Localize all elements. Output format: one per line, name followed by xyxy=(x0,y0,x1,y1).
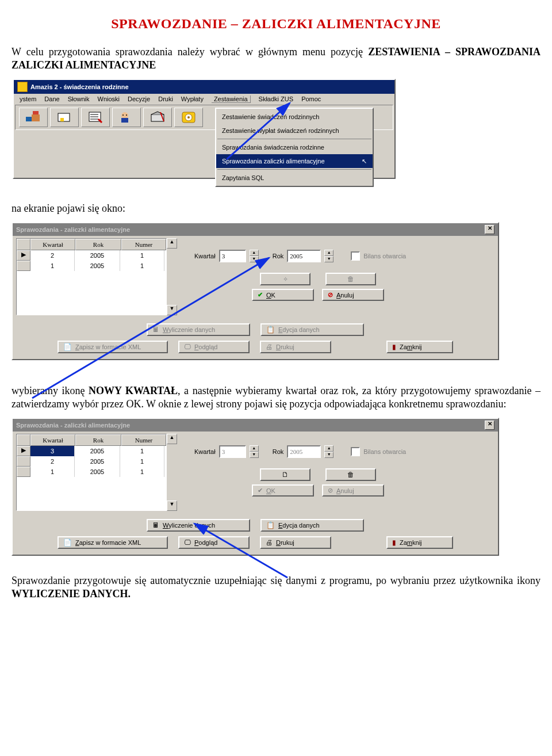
delete-button[interactable] xyxy=(325,468,376,481)
scroll-up-icon[interactable]: ▲ xyxy=(167,238,177,249)
grid-header-rok[interactable]: Rok xyxy=(75,239,121,250)
grid-header-sel xyxy=(17,239,30,250)
cell-r: 2005 xyxy=(75,261,120,271)
dd-item-zestawienie-swiadczen[interactable]: Zestawienie świadczeń rodzinnych xyxy=(216,110,373,124)
cell-n: 1 xyxy=(120,261,164,271)
dd-item-sel-text: Sprawozdania zaliczki alimentacyjne xyxy=(222,158,325,165)
grid-header-sel xyxy=(17,434,30,446)
cancel-button[interactable]: ⊘Anuluj xyxy=(322,484,384,497)
ok-button[interactable]: ✔OK xyxy=(252,289,314,301)
menu-wyplaty[interactable]: Wypłaty xyxy=(181,96,204,103)
rok-spinner[interactable]: ▲▼ xyxy=(324,445,334,458)
kwartal-input[interactable]: 3 xyxy=(219,445,246,458)
kwartal-input[interactable]: 3 xyxy=(219,250,246,262)
edit-icon xyxy=(266,326,275,334)
preview-icon xyxy=(184,539,191,547)
bilans-checkbox[interactable] xyxy=(351,251,360,261)
new-quarter-button[interactable] xyxy=(260,468,310,481)
intro-paragraph: W celu przygotowania sprawozdania należy… xyxy=(12,45,540,72)
table-row[interactable]: 1 2005 1 xyxy=(17,261,166,271)
rok-spinner[interactable]: ▲▼ xyxy=(324,250,334,262)
zapisz-xml-button[interactable]: Zapisz w formacie XML xyxy=(57,536,168,549)
close-door-icon xyxy=(392,343,396,351)
delete-button[interactable] xyxy=(325,273,376,285)
sparkle-icon: ✧ xyxy=(283,276,288,283)
new-quarter-button[interactable]: ✧ xyxy=(260,273,310,285)
drukuj-button[interactable]: Drukuj xyxy=(260,341,331,353)
grid-header-kwartal[interactable]: Kwartał xyxy=(30,239,75,250)
rok-input[interactable]: 2005 xyxy=(287,445,321,458)
paragraph-3: wybieramy ikonę NOWY KWARTAŁ, a następni… xyxy=(12,384,540,411)
cancel-button[interactable]: ⊘Anuluj xyxy=(322,289,384,301)
zapisz-xml-button[interactable]: Zapisz w formacie XML xyxy=(57,341,168,353)
edycja-button[interactable]: Edycja danych xyxy=(260,323,364,336)
toolbar-btn-3[interactable] xyxy=(81,108,110,127)
toolbar-btn-5[interactable] xyxy=(143,108,172,127)
app-title-text: Amazis 2 - świadczenia rodzinne xyxy=(30,83,129,90)
p3-text-a: wybieramy ikonę xyxy=(12,385,89,396)
svg-point-16 xyxy=(187,116,190,119)
close-icon[interactable]: ✕ xyxy=(485,225,494,234)
dialog1-titlebar: Sprawozdania - zaliczki alimentacyjne ✕ xyxy=(13,223,498,236)
zamknij-button[interactable]: Zamknij xyxy=(386,341,453,353)
p3-bold: NOWY KWARTAŁ xyxy=(89,385,178,396)
menu-dane[interactable]: Dane xyxy=(44,96,59,103)
cancel-icon: ⊘ xyxy=(328,487,333,494)
menu-slownik[interactable]: Słownik xyxy=(68,96,90,103)
dd-item-zapytania-sql[interactable]: Zapytania SQL xyxy=(216,171,373,185)
grid-header-rok[interactable]: Rok xyxy=(75,434,121,446)
svg-point-12 xyxy=(126,114,127,116)
toolbar-btn-6[interactable] xyxy=(174,108,203,127)
grid-header-kwartal[interactable]: Kwartał xyxy=(30,434,75,446)
ok-text: K xyxy=(271,292,275,299)
kwartal-spinner[interactable]: ▲▼ xyxy=(250,250,259,262)
page-title: SPRAWOZDANIE – ZALICZKI ALIMENTACYJNE xyxy=(12,16,540,32)
podglad-button[interactable]: Podgląd xyxy=(178,341,250,353)
dd-item-sprawozdania-rodzinne[interactable]: Sprawozdania świadczenia rodzinne xyxy=(216,140,373,154)
dd-item-sprawozdania-zaliczki[interactable]: Sprawozdania zaliczki alimentacyjne ↖ xyxy=(216,154,373,168)
toolbar-btn-4[interactable] xyxy=(112,108,141,127)
drukuj-button[interactable]: Drukuj xyxy=(260,536,331,549)
podglad-button[interactable]: Podgląd xyxy=(178,536,250,549)
rok-input[interactable]: 2005 xyxy=(287,250,321,262)
dd-item-zestawienie-wyplat[interactable]: Zestawienie wypłat świadczeń rodzinnych xyxy=(216,124,373,138)
menu-zestawienia[interactable]: Zestawienia xyxy=(212,96,251,103)
grid-header-numer[interactable]: Numer xyxy=(121,239,166,250)
close-icon[interactable]: ✕ xyxy=(485,421,494,430)
toolbar-btn-1[interactable] xyxy=(19,108,48,127)
wyliczenie-button[interactable]: Wyliczenie danych xyxy=(147,323,250,336)
toolbar-btn-2[interactable] xyxy=(50,108,79,127)
edycja-button[interactable]: Edycja danych xyxy=(260,519,364,532)
cancel-icon: ⊘ xyxy=(328,291,333,299)
table-row[interactable]: 1 2005 1 xyxy=(17,467,166,477)
table-row[interactable]: ▶ 3 2005 1 xyxy=(17,446,166,456)
kwartal-spinner[interactable]: ▲▼ xyxy=(250,445,259,458)
menu-wnioski[interactable]: Wnioski xyxy=(98,96,120,103)
dialog1-title-text: Sprawozdania - zaliczki alimentacyjne xyxy=(16,226,130,233)
menu-pomoc[interactable]: Pomoc xyxy=(301,96,321,103)
svg-rect-0 xyxy=(26,117,32,121)
scrollbar-v[interactable]: ▲ ▼ xyxy=(167,238,177,315)
kwartal-label: Kwartał xyxy=(194,448,216,455)
scrollbar-v[interactable]: ▲ ▼ xyxy=(167,434,177,511)
wyliczenie-button[interactable]: Wyliczenie danych xyxy=(147,519,250,532)
scroll-down-icon[interactable]: ▼ xyxy=(167,501,177,511)
screenshot-menu: Amazis 2 - świadczenia rodzinne ystem Da… xyxy=(13,79,396,179)
cell-k: 1 xyxy=(30,467,75,477)
ok-button[interactable]: ✔OK xyxy=(252,484,314,497)
scroll-up-icon[interactable]: ▲ xyxy=(167,434,177,444)
table-row[interactable]: ▶ 2 2005 1 xyxy=(17,250,166,261)
menu-skladki-zus[interactable]: Składki ZUS xyxy=(259,96,294,103)
menu-decyzje[interactable]: Decyzje xyxy=(128,96,150,103)
table-row[interactable]: 2 2005 1 xyxy=(17,456,166,467)
row-blank-icon xyxy=(17,261,30,271)
menu-system[interactable]: ystem xyxy=(20,96,36,103)
menu-druki[interactable]: Druki xyxy=(158,96,173,103)
row-pointer-icon: ▶ xyxy=(17,250,30,261)
grid-header-numer[interactable]: Numer xyxy=(121,434,166,446)
row-blank-icon xyxy=(17,456,30,467)
zamknij-button[interactable]: Zamknij xyxy=(386,536,453,549)
bilans-checkbox[interactable] xyxy=(351,447,360,456)
scroll-down-icon[interactable]: ▼ xyxy=(167,305,177,315)
zestawienia-dropdown: Zestawienie świadczeń rodzinnych Zestawi… xyxy=(215,108,374,187)
